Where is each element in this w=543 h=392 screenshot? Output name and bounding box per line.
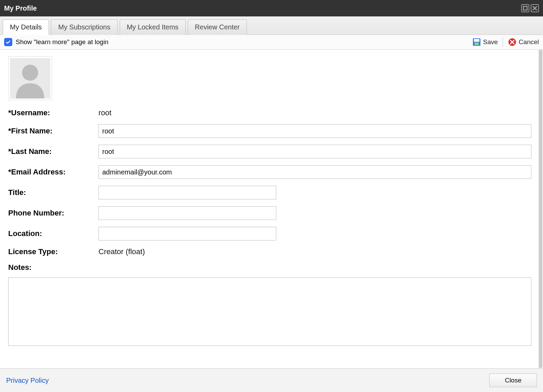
close-icon bbox=[532, 6, 537, 11]
svg-rect-0 bbox=[524, 6, 527, 10]
email-label: *Email Address: bbox=[8, 168, 97, 177]
tab-label: My Subscriptions bbox=[58, 23, 110, 31]
privacy-policy-link[interactable]: Privacy Policy bbox=[6, 377, 49, 384]
location-input[interactable] bbox=[98, 227, 276, 240]
avatar[interactable] bbox=[8, 56, 52, 100]
save-icon bbox=[472, 38, 481, 47]
last-name-input[interactable] bbox=[98, 145, 531, 158]
maximize-button[interactable] bbox=[521, 4, 529, 12]
separator bbox=[503, 38, 503, 47]
content-wrapper: *Username: root *First Name: *Last Name:… bbox=[0, 50, 543, 368]
svg-rect-2 bbox=[474, 39, 479, 42]
tabs: My Details My Subscriptions My Locked It… bbox=[0, 16, 543, 35]
username-label: *Username: bbox=[8, 108, 97, 117]
first-name-label: *First Name: bbox=[8, 127, 97, 135]
titlebar: My Profile bbox=[0, 0, 543, 16]
tab-my-subscriptions[interactable]: My Subscriptions bbox=[51, 19, 117, 35]
check-icon bbox=[5, 39, 11, 45]
maximize-icon bbox=[523, 6, 528, 11]
cancel-icon bbox=[508, 38, 517, 47]
vertical-scrollbar[interactable] bbox=[538, 50, 543, 368]
notes-section: Notes: bbox=[8, 263, 531, 347]
window-controls bbox=[521, 4, 539, 12]
phone-input[interactable] bbox=[98, 206, 276, 220]
close-window-button[interactable] bbox=[531, 4, 539, 12]
learn-more-label: Show "learn more" page at login bbox=[16, 38, 108, 46]
svg-point-5 bbox=[22, 65, 38, 81]
tab-my-locked-items[interactable]: My Locked Items bbox=[120, 19, 186, 35]
notes-label: Notes: bbox=[8, 263, 531, 272]
save-label: Save bbox=[483, 38, 498, 46]
title-input[interactable] bbox=[98, 186, 276, 199]
tab-my-details[interactable]: My Details bbox=[3, 19, 49, 35]
title-label: Title: bbox=[8, 188, 97, 197]
license-value: Creator (float) bbox=[98, 247, 531, 256]
last-name-label: *Last Name: bbox=[8, 147, 97, 156]
first-name-input[interactable] bbox=[98, 124, 531, 138]
cancel-label: Cancel bbox=[519, 38, 539, 46]
profile-form: *Username: root *First Name: *Last Name:… bbox=[8, 108, 531, 256]
profile-window: My Profile My Details My Subscriptions M… bbox=[0, 0, 543, 392]
close-button-label: Close bbox=[505, 377, 521, 384]
tab-label: My Locked Items bbox=[127, 23, 178, 31]
email-input[interactable] bbox=[98, 165, 531, 179]
close-button[interactable]: Close bbox=[489, 374, 537, 387]
tab-label: My Details bbox=[10, 23, 42, 31]
tab-review-center[interactable]: Review Center bbox=[188, 19, 247, 35]
phone-label: Phone Number: bbox=[8, 209, 97, 218]
learn-more-checkbox[interactable] bbox=[4, 38, 12, 46]
footer: Privacy Policy Close bbox=[0, 368, 543, 392]
tab-label: Review Center bbox=[195, 23, 240, 31]
cancel-button[interactable]: Cancel bbox=[508, 38, 539, 47]
content: *Username: root *First Name: *Last Name:… bbox=[0, 50, 538, 368]
license-label: License Type: bbox=[8, 247, 97, 256]
toolbar: Show "learn more" page at login Save Can… bbox=[0, 35, 543, 50]
avatar-placeholder-icon bbox=[10, 58, 50, 99]
location-label: Location: bbox=[8, 229, 97, 238]
username-value: root bbox=[98, 108, 531, 117]
save-button[interactable]: Save bbox=[472, 38, 498, 47]
scrollbar-thumb[interactable] bbox=[539, 50, 542, 368]
svg-rect-3 bbox=[475, 42, 479, 45]
window-title: My Profile bbox=[4, 4, 37, 12]
notes-textarea[interactable] bbox=[8, 277, 531, 346]
